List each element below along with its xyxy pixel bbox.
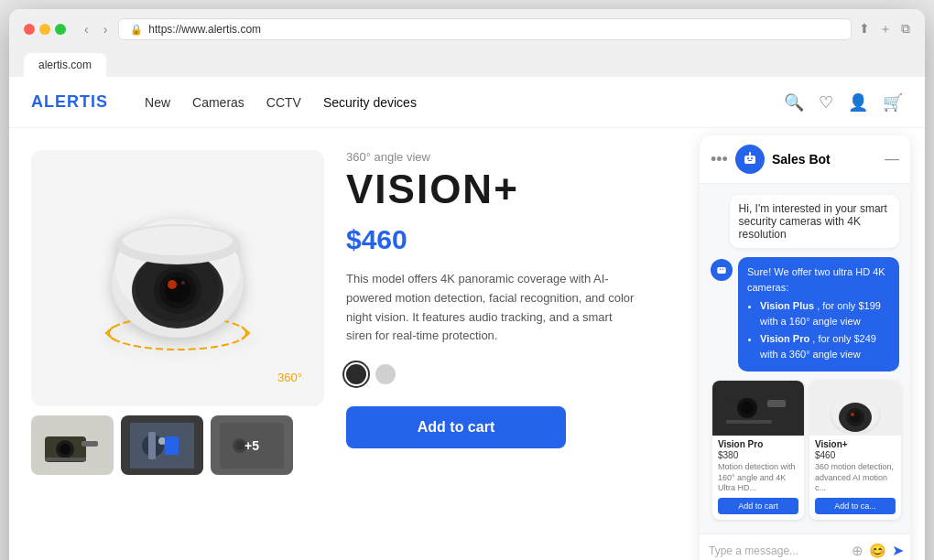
nav-link-security[interactable]: Security devices [323, 95, 417, 110]
user-message: Hi, I'm interested in your smart securit… [730, 195, 899, 248]
logo[interactable]: ALERTIS [31, 92, 108, 112]
svg-point-45 [851, 413, 854, 416]
chat-product-info-2: Vision+ $460 360 motion detection, advan… [809, 436, 901, 520]
thumb-more[interactable]: +5 [211, 415, 293, 475]
chat-add-btn-2[interactable]: Add to ca... [815, 498, 896, 514]
svg-point-8 [165, 277, 190, 303]
browser-titlebar: ‹ › 🔒 https://www.alertis.com ⬆ ＋ ⧉ [24, 18, 910, 40]
svg-point-12 [123, 226, 233, 255]
thumb-more-label: +5 [244, 438, 259, 453]
cart-icon[interactable]: 🛒 [883, 92, 903, 113]
chat-cam-svg-2 [819, 383, 892, 434]
chat-p2-desc: 360 motion detection, advanced AI motion… [815, 462, 896, 494]
svg-rect-16 [81, 441, 98, 447]
share-icon[interactable]: ⬆ [859, 21, 870, 38]
active-tab[interactable]: alertis.com [24, 53, 106, 77]
bot-message: Sure! We offer two ultra HD 4K cameras: … [738, 257, 899, 372]
chat-p1-name: Vision Pro [718, 439, 798, 449]
chat-p1-desc: Motion detection with 160° angle and 4K … [718, 462, 798, 494]
chat-message-input[interactable] [709, 544, 846, 557]
chat-widget: ••• Sales Bot — [700, 135, 910, 560]
color-white[interactable] [375, 364, 396, 384]
chat-product-img-2 [809, 381, 901, 436]
chat-menu-dots[interactable]: ••• [711, 150, 728, 169]
search-icon[interactable]: 🔍 [784, 92, 804, 113]
nav-links: New Cameras CCTV Security devices [145, 95, 755, 110]
svg-rect-34 [722, 268, 724, 270]
chat-cam-svg-1 [722, 383, 795, 434]
orbit-label: 360° [277, 371, 302, 384]
bot-intro-text: Sure! We offer two ultra HD 4K cameras: [747, 266, 885, 293]
thumbnail-row: +5 [31, 415, 324, 475]
address-bar[interactable]: 🔒 https://www.alertis.com [118, 18, 852, 40]
bot-bullet-2: Vision Pro , for only $249 with a 360° a… [760, 331, 890, 361]
chat-bot-avatar [735, 145, 765, 174]
browser-dots [24, 24, 66, 35]
svg-rect-27 [747, 157, 749, 159]
chat-p2-price: $460 [815, 450, 896, 460]
bot-icon [742, 151, 758, 167]
url-text: https://www.alertis.com [148, 23, 261, 36]
lock-icon: 🔒 [130, 24, 143, 36]
chat-p1-price: $380 [718, 450, 798, 460]
browser-nav: ‹ › [81, 20, 111, 38]
thumb-1[interactable] [31, 415, 114, 475]
svg-rect-26 [744, 156, 755, 164]
svg-point-31 [749, 152, 751, 154]
add-to-cart-button[interactable]: Add to cart [346, 406, 566, 448]
nav-link-cctv[interactable]: CCTV [266, 95, 301, 110]
bot-b2-name: Vision Pro [760, 333, 809, 344]
svg-rect-39 [726, 420, 772, 424]
svg-point-37 [741, 402, 754, 415]
chat-emoji-button[interactable]: 😊 [869, 543, 886, 559]
svg-rect-17 [45, 458, 86, 461]
bot-msg-icon [715, 264, 728, 276]
dot-close[interactable] [24, 24, 35, 35]
nav-link-cameras[interactable]: Cameras [192, 95, 244, 110]
svg-rect-28 [751, 157, 753, 159]
back-button[interactable]: ‹ [81, 20, 92, 38]
account-icon[interactable]: 👤 [848, 92, 868, 113]
svg-point-15 [60, 444, 71, 455]
new-tab-icon[interactable]: ＋ [879, 21, 892, 38]
svg-point-10 [181, 281, 185, 285]
thumb-camera-svg [40, 423, 104, 468]
tab-label: alertis.com [38, 59, 92, 71]
bot-message-avatar [711, 259, 733, 281]
chat-input-area: ⊕ 😊 ➤ [700, 533, 910, 560]
chat-product-card-1: Vision Pro $380 Motion detection with 16… [712, 381, 804, 520]
forward-button[interactable]: › [100, 20, 112, 38]
tabs-icon[interactable]: ⧉ [901, 21, 910, 38]
dot-maximize[interactable] [55, 24, 66, 35]
page-content: ALERTIS New Cameras CCTV Security device… [9, 77, 925, 560]
chat-title: Sales Bot [772, 152, 877, 167]
chat-attachment-button[interactable]: ⊕ [852, 543, 863, 559]
chat-add-btn-1[interactable]: Add to cart [718, 498, 798, 514]
svg-rect-32 [717, 267, 725, 274]
bot-bullet-1: Vision Plus , for only $199 with a 160° … [760, 298, 890, 328]
thumb-2[interactable] [121, 415, 203, 475]
product-images: 360° [31, 150, 324, 560]
svg-rect-33 [720, 268, 722, 270]
svg-rect-22 [165, 436, 179, 455]
main-product-image: 360° [31, 150, 324, 406]
nav-link-new[interactable]: New [145, 95, 170, 110]
camera-illustration [86, 191, 269, 365]
color-black[interactable] [346, 364, 366, 384]
dot-minimize[interactable] [39, 24, 50, 35]
chat-product-card-2: Vision+ $460 360 motion detection, advan… [809, 381, 901, 520]
wishlist-icon[interactable]: ♡ [819, 92, 833, 113]
svg-rect-38 [767, 400, 786, 407]
chat-product-cards: Vision Pro $380 Motion detection with 16… [711, 381, 899, 520]
chat-minimize-button[interactable]: — [885, 151, 899, 167]
chat-product-info-1: Vision Pro $380 Motion detection with 16… [712, 436, 804, 520]
bot-b1-name: Vision Plus [760, 300, 814, 311]
browser-tabs: alertis.com [24, 53, 910, 77]
bot-message-wrap: Sure! We offer two ultra HD 4K cameras: … [711, 257, 899, 372]
product-description: This model offers 4K panoramic coverage … [346, 270, 639, 346]
svg-rect-20 [148, 432, 156, 459]
svg-point-9 [168, 280, 177, 289]
chat-send-button[interactable]: ➤ [892, 542, 904, 559]
browser-chrome: ‹ › 🔒 https://www.alertis.com ⬆ ＋ ⧉ aler… [9, 9, 925, 77]
chat-p2-name: Vision+ [815, 439, 896, 449]
